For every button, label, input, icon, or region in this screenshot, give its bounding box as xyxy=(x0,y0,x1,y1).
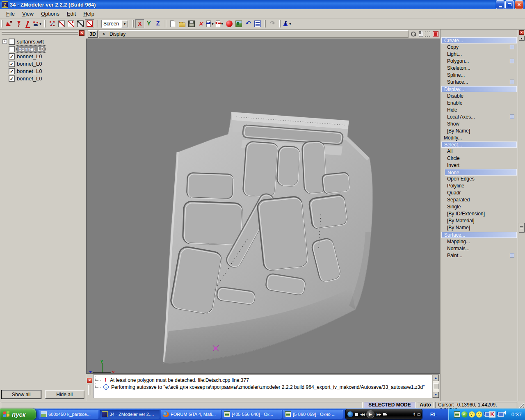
tree-row[interactable]: ✓bonnet_L0 xyxy=(2,60,84,67)
panel-item-checkbox[interactable] xyxy=(510,59,514,63)
visibility-checkbox[interactable]: ✓ xyxy=(9,54,14,59)
panel-item-local-axes-[interactable]: Local Axes... xyxy=(441,114,518,121)
combo-dropdown-icon[interactable]: ▼ xyxy=(121,20,128,27)
taskbar-task[interactable]: 600x450-k_partsce... xyxy=(39,410,98,419)
tray-flower-icon[interactable] xyxy=(476,411,482,418)
dropdown-arrow-icon[interactable]: ▼ xyxy=(289,23,292,25)
panel-item--by-name-[interactable]: [By Name] xyxy=(441,224,518,231)
pin-tool-icon[interactable] xyxy=(14,19,23,28)
resize-grip[interactable] xyxy=(518,402,524,408)
tray-network-icon[interactable] xyxy=(497,412,501,415)
menu-item-options[interactable]: Options xyxy=(37,9,63,18)
volume-button[interactable]: ▼ xyxy=(383,413,388,416)
stop-button[interactable] xyxy=(355,413,358,416)
panel-section-modify[interactable]: Modify... xyxy=(441,135,518,141)
panel-item-normals-[interactable]: Normals... xyxy=(441,245,518,252)
tray-flower-icon[interactable] xyxy=(469,411,475,418)
log-grip[interactable] xyxy=(88,385,91,395)
tray-shield-icon[interactable]: ✓ xyxy=(461,411,468,418)
animate-tool-icon[interactable] xyxy=(23,19,32,28)
faces-mode-icon[interactable] xyxy=(66,19,75,28)
media-player-deskband[interactable]: ◀◀ ▶ ▶▶ ▼ ▲ ▼ xyxy=(345,409,422,420)
scroll-thumb[interactable] xyxy=(433,383,438,389)
restore-button[interactable] xyxy=(505,0,514,9)
viewport-mode-button[interactable]: 3D xyxy=(88,30,98,38)
zoom-tool-icon[interactable] xyxy=(410,31,417,37)
command-panel-close-icon[interactable]: ✕ xyxy=(519,30,524,35)
menu-item-view[interactable]: View xyxy=(18,9,37,18)
panel-item--by-material-[interactable]: [By Material] xyxy=(441,217,518,224)
panel-item-separated[interactable]: Separated xyxy=(441,196,518,203)
tree-row[interactable]: +sultanrs.wft xyxy=(2,38,84,45)
dropdown-arrow-icon[interactable]: ▼ xyxy=(221,23,224,25)
command-panel-scroll-up-icon[interactable]: ▲ xyxy=(519,36,525,41)
dropdown-arrow-icon[interactable]: ▼ xyxy=(39,23,42,25)
panel-item-disable[interactable]: Disable xyxy=(441,93,518,100)
tree-row[interactable]: ✓bonnet_L0 xyxy=(2,67,84,75)
material-editor-icon[interactable] xyxy=(224,19,234,28)
back-chevron[interactable]: < xyxy=(103,31,105,37)
previous-track-button[interactable]: ◀◀ xyxy=(360,413,364,416)
panel-item-checkbox[interactable] xyxy=(510,114,514,119)
play-button[interactable]: ▶ xyxy=(366,410,374,418)
panel-item-mapping-[interactable]: Mapping... xyxy=(441,238,518,245)
viewport-breadcrumb[interactable]: < Display xyxy=(99,30,409,38)
visibility-checkbox[interactable]: ✓ xyxy=(9,61,14,66)
visibility-checkbox[interactable]: ✓ xyxy=(9,68,14,74)
tree-row[interactable]: bonnet_L0 xyxy=(2,45,84,52)
minimize-button[interactable] xyxy=(496,0,504,9)
pan-tool-icon[interactable] xyxy=(418,31,424,37)
polygons-mode-icon[interactable] xyxy=(75,19,85,28)
auto-mode-button[interactable]: Auto xyxy=(417,402,434,408)
panel-item-polygon-[interactable]: Polygon... xyxy=(441,58,518,65)
undo-icon[interactable] xyxy=(243,19,253,28)
axis-y-button[interactable]: Y xyxy=(144,19,153,28)
maximize-view-icon[interactable] xyxy=(425,32,430,37)
panel-item-spline-[interactable]: Spline... xyxy=(441,72,518,79)
taskbar-task[interactable]: FORUM GTA 4, Mafi... xyxy=(161,410,221,419)
import-icon[interactable]: ▼ xyxy=(205,19,215,28)
delete-icon[interactable] xyxy=(196,19,205,28)
menu-item-help[interactable]: Help xyxy=(80,9,98,18)
tray-volume-icon[interactable] xyxy=(502,411,509,418)
save-file-icon[interactable] xyxy=(187,19,196,28)
panel-grip[interactable]: ✕ xyxy=(1,30,85,36)
panel-item-open-edges[interactable]: Open Edges xyxy=(441,176,518,183)
panel-item-quadr[interactable]: Quadr xyxy=(441,189,518,196)
expand-icon[interactable]: + xyxy=(2,39,7,44)
visibility-checkbox[interactable]: ✓ xyxy=(9,76,14,81)
axis-x-button[interactable]: X xyxy=(135,19,144,28)
morph-tool-icon[interactable] xyxy=(4,19,14,28)
panel-close-icon[interactable]: ✕ xyxy=(79,30,84,36)
viewport-3d[interactable]: y Z X xyxy=(86,39,440,374)
axis-z-button[interactable]: Z xyxy=(153,19,162,28)
panel-item-light-[interactable]: Light... xyxy=(441,51,518,58)
panel-item-polyline[interactable]: Polyline xyxy=(441,183,518,189)
panel-item-enable[interactable]: Enable xyxy=(441,100,518,107)
visibility-checkbox[interactable] xyxy=(9,46,14,52)
next-track-button[interactable]: ▶▶ xyxy=(377,413,381,416)
new-file-icon[interactable] xyxy=(168,19,177,28)
panel-item-paint-[interactable]: Paint... xyxy=(441,252,518,259)
vertices-mode-icon[interactable] xyxy=(47,19,57,28)
viewport-red-button[interactable] xyxy=(433,31,438,37)
log-scrollbar[interactable]: ▲ ▼ xyxy=(432,375,439,398)
deskband-restore-icon[interactable] xyxy=(418,413,420,416)
open-file-icon[interactable] xyxy=(177,19,187,28)
view-mode-combo[interactable]: Screen▼ xyxy=(101,20,128,28)
deskband-down-icon[interactable]: ▼ xyxy=(413,414,415,416)
tree-row[interactable]: ✓bonnet_L0 xyxy=(2,75,84,82)
tree-row[interactable]: ✓bonnet_L0 xyxy=(2,52,84,60)
panel-item-circle[interactable]: Circle xyxy=(441,155,518,162)
panel-section-display[interactable]: Display... xyxy=(441,86,517,92)
panel-item-all[interactable]: All xyxy=(441,148,518,155)
visibility-checkbox[interactable] xyxy=(9,39,14,44)
panel-item-checkbox[interactable] xyxy=(510,80,514,84)
panel-item-none[interactable]: None xyxy=(445,169,517,176)
taskbar-task[interactable]: [405-556-640] - Ок... xyxy=(222,410,282,419)
redo-icon[interactable] xyxy=(267,19,277,28)
toolbar-grip[interactable] xyxy=(279,20,281,27)
panel-item-invert[interactable]: Invert xyxy=(441,162,518,169)
dropdown-arrow-icon[interactable]: ▼ xyxy=(211,23,214,25)
panel-item-surface-[interactable]: Surface... xyxy=(441,79,518,86)
